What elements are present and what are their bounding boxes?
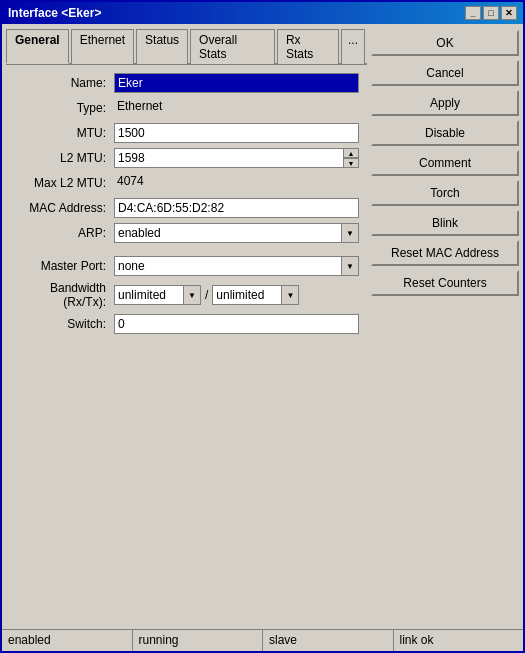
mtu-row: MTU: (14, 123, 359, 143)
bandwidth-tx-input[interactable] (212, 285, 282, 305)
arp-select-wrapper: ▼ (114, 223, 359, 243)
l2mtu-wrapper: ▲ ▼ (114, 148, 359, 168)
status-bar: enabled running slave link ok (2, 629, 523, 651)
reset-mac-button[interactable]: Reset MAC Address (371, 240, 519, 266)
type-row: Type: Ethernet (14, 98, 359, 118)
comment-button[interactable]: Comment (371, 150, 519, 176)
form-area: Name: Type: Ethernet MTU: L2 MTU: (6, 69, 367, 625)
l2mtu-row: L2 MTU: ▲ ▼ (14, 148, 359, 168)
tab-status[interactable]: Status (136, 29, 188, 64)
reset-counters-button[interactable]: Reset Counters (371, 270, 519, 296)
master-port-dropdown-icon[interactable]: ▼ (341, 256, 359, 276)
max-l2mtu-value: 4074 (114, 173, 359, 193)
arp-dropdown-icon[interactable]: ▼ (341, 223, 359, 243)
apply-button[interactable]: Apply (371, 90, 519, 116)
ok-button[interactable]: OK (371, 30, 519, 56)
mac-label: MAC Address: (14, 201, 114, 215)
blink-button[interactable]: Blink (371, 210, 519, 236)
maximize-button[interactable]: □ (483, 6, 499, 20)
switch-input[interactable] (114, 314, 359, 334)
tab-general[interactable]: General (6, 29, 69, 64)
mac-row: MAC Address: (14, 198, 359, 218)
name-label: Name: (14, 76, 114, 90)
right-panel: OK Cancel Apply Disable Comment Torch Bl… (371, 28, 519, 625)
torch-button[interactable]: Torch (371, 180, 519, 206)
bandwidth-rx-dropdown-icon[interactable]: ▼ (183, 285, 201, 305)
l2mtu-spinner: ▲ ▼ (343, 148, 359, 168)
bandwidth-inputs: ▼ / ▼ (114, 285, 299, 305)
window-title: Interface <Eker> (8, 6, 101, 20)
bandwidth-rx-input[interactable] (114, 285, 184, 305)
mtu-label: MTU: (14, 126, 114, 140)
arp-select[interactable] (114, 223, 342, 243)
max-l2mtu-label: Max L2 MTU: (14, 176, 114, 190)
tab-more[interactable]: ... (341, 29, 365, 64)
bandwidth-separator: / (201, 288, 212, 302)
disable-button[interactable]: Disable (371, 120, 519, 146)
master-port-select[interactable] (114, 256, 342, 276)
status-enabled: enabled (2, 630, 133, 651)
right-spacer (371, 300, 519, 625)
master-port-select-wrapper: ▼ (114, 256, 359, 276)
minimize-button[interactable]: _ (465, 6, 481, 20)
type-value: Ethernet (114, 98, 359, 118)
type-label: Type: (14, 101, 114, 115)
name-row: Name: (14, 73, 359, 93)
tab-rx-stats[interactable]: Rx Stats (277, 29, 339, 64)
arp-label: ARP: (14, 226, 114, 240)
name-input[interactable] (114, 73, 359, 93)
master-port-label: Master Port: (14, 259, 114, 273)
left-panel: General Ethernet Status Overall Stats Rx… (6, 28, 367, 625)
master-port-row: Master Port: ▼ (14, 256, 359, 276)
l2mtu-label: L2 MTU: (14, 151, 114, 165)
arp-row: ARP: ▼ (14, 223, 359, 243)
mac-input[interactable] (114, 198, 359, 218)
close-button[interactable]: ✕ (501, 6, 517, 20)
title-bar: Interface <Eker> _ □ ✕ (2, 2, 523, 24)
bandwidth-row: Bandwidth (Rx/Tx): ▼ / ▼ (14, 281, 359, 309)
bandwidth-label: Bandwidth (Rx/Tx): (14, 281, 114, 309)
mtu-input[interactable] (114, 123, 359, 143)
status-slave: slave (263, 630, 394, 651)
status-running: running (133, 630, 264, 651)
l2mtu-spin-down[interactable]: ▼ (343, 158, 359, 168)
switch-label: Switch: (14, 317, 114, 331)
switch-row: Switch: (14, 314, 359, 334)
l2mtu-spin-up[interactable]: ▲ (343, 148, 359, 158)
tabs-bar: General Ethernet Status Overall Stats Rx… (6, 28, 367, 65)
content-area: General Ethernet Status Overall Stats Rx… (2, 24, 523, 629)
spacer-1 (14, 248, 359, 256)
tab-ethernet[interactable]: Ethernet (71, 29, 134, 64)
l2mtu-input[interactable] (114, 148, 344, 168)
title-bar-buttons: _ □ ✕ (465, 6, 517, 20)
status-link: link ok (394, 630, 524, 651)
max-l2mtu-row: Max L2 MTU: 4074 (14, 173, 359, 193)
main-window: Interface <Eker> _ □ ✕ General Ethernet … (0, 0, 525, 653)
tab-overall-stats[interactable]: Overall Stats (190, 29, 275, 64)
bandwidth-tx-dropdown-icon[interactable]: ▼ (281, 285, 299, 305)
cancel-button[interactable]: Cancel (371, 60, 519, 86)
